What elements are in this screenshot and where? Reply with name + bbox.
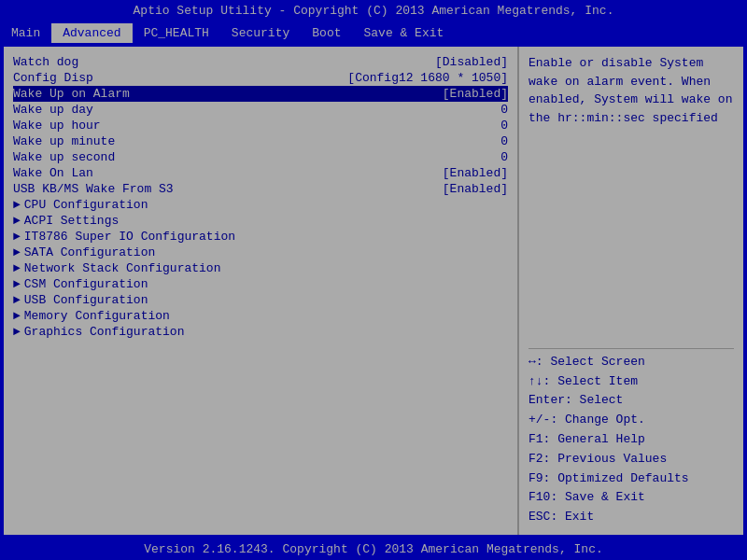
nav-tab-advanced[interactable]: Advanced [51,23,132,43]
key-help-line: F2: Previous Values [529,450,734,469]
main-content: Watch dog[Disabled]Config Disp[Config12 … [4,47,743,535]
arrow-icon: ► [13,198,21,212]
key-help-line: +/-: Change Opt. [529,411,734,430]
menu-item-value: 0 [500,103,508,117]
menu-item[interactable]: Watch dog[Disabled] [13,54,508,70]
left-panel: Watch dog[Disabled]Config Disp[Config12 … [4,47,519,535]
nav-tab-save---exit[interactable]: Save & Exit [353,23,456,43]
menu-item-label: Wake up second [13,150,500,164]
right-panel: Enable or disable System wake on alarm e… [519,47,743,535]
submenu-item[interactable]: ►ACPI Settings [13,213,508,229]
menu-item[interactable]: USB KB/MS Wake From S3[Enabled] [13,181,508,197]
submenu-item[interactable]: ►Graphics Configuration [13,324,508,340]
menu-item-label: Wake up day [13,103,500,117]
menu-item-value: 0 [500,119,508,133]
submenu-label: IT8786 Super IO Configuration [24,230,235,244]
menu-item-label: Watch dog [13,55,435,69]
menu-item-value: [Disabled] [435,55,508,69]
submenu-label: USB Configuration [24,293,148,307]
key-help-line: ↑↓: Select Item [529,372,734,392]
arrow-icon: ► [13,261,21,275]
footer-text: Version 2.16.1243. Copyright (C) 2013 Am… [144,542,602,556]
nav-bar: MainAdvancedPC_HEALTHSecurityBootSave & … [0,21,747,43]
menu-item[interactable]: Wake up hour0 [13,118,508,133]
arrow-icon: ► [13,245,21,259]
menu-item-label: USB KB/MS Wake From S3 [13,182,443,196]
arrow-icon: ► [13,214,21,228]
key-help-line: ESC: Exit [529,508,734,527]
menu-item-value: [Config12 1680 * 1050] [347,71,508,85]
menu-item[interactable]: Wake On Lan[Enabled] [13,165,508,181]
nav-tab-pc-health[interactable]: PC_HEALTH [133,23,220,43]
menu-item[interactable]: Wake up minute0 [13,133,508,149]
submenu-item[interactable]: ►CSM Configuration [13,276,508,292]
key-help-line: F1: General Help [529,430,734,450]
menu-item-label: Wake Up on Alarm [13,87,443,101]
arrow-icon: ► [13,277,21,291]
menu-item[interactable]: Wake Up on Alarm[Enabled] [13,86,508,102]
nav-tab-security[interactable]: Security [220,23,301,43]
submenu-item[interactable]: ►USB Configuration [13,292,508,308]
key-help-line: F9: Optimized Defaults [529,469,734,489]
submenu-label: CSM Configuration [24,277,148,291]
menu-item-value: [Enabled] [443,182,508,196]
nav-tab-main[interactable]: Main [0,23,51,43]
menu-item[interactable]: Wake up second0 [13,149,508,165]
arrow-icon: ► [13,325,21,339]
submenu-label: CPU Configuration [24,198,148,212]
submenu-item[interactable]: ►SATA Configuration [13,245,508,260]
menu-item-label: Wake On Lan [13,166,443,180]
submenu-item[interactable]: ►IT8786 Super IO Configuration [13,229,508,245]
menu-item-label: Wake up hour [13,119,500,133]
title-text: Aptio Setup Utility - Copyright (C) 2013… [134,4,614,18]
submenu-label: Memory Configuration [24,309,170,323]
footer: Version 2.16.1243. Copyright (C) 2013 Am… [0,539,747,560]
menu-item-label: Wake up minute [13,134,500,148]
nav-tab-boot[interactable]: Boot [301,23,352,43]
menu-item[interactable]: Config Disp[Config12 1680 * 1050] [13,70,508,86]
key-help-line: ↔: Select Screen [529,353,734,372]
submenu-item[interactable]: ►Network Stack Configuration [13,260,508,276]
title-bar: Aptio Setup Utility - Copyright (C) 2013… [0,0,747,21]
menu-item-value: 0 [500,134,508,148]
arrow-icon: ► [13,230,21,244]
submenu-label: SATA Configuration [24,245,155,259]
key-help-line: F10: Save & Exit [529,488,734,508]
submenu-label: ACPI Settings [24,214,119,228]
help-text: Enable or disable System wake on alarm e… [529,54,734,337]
submenu-item[interactable]: ►CPU Configuration [13,197,508,213]
submenu-label: Graphics Configuration [24,325,185,339]
arrow-icon: ► [13,293,21,307]
key-help-line: Enter: Select [529,391,734,411]
key-help: ↔: Select Screen↑↓: Select ItemEnter: Se… [529,344,734,527]
menu-item-value: [Enabled] [443,87,508,101]
submenu-item[interactable]: ►Memory Configuration [13,308,508,324]
menu-item-value: [Enabled] [443,166,508,180]
arrow-icon: ► [13,309,21,323]
menu-item-label: Config Disp [13,71,347,85]
menu-item[interactable]: Wake up day0 [13,102,508,118]
submenu-label: Network Stack Configuration [24,261,221,275]
menu-item-value: 0 [500,150,508,164]
